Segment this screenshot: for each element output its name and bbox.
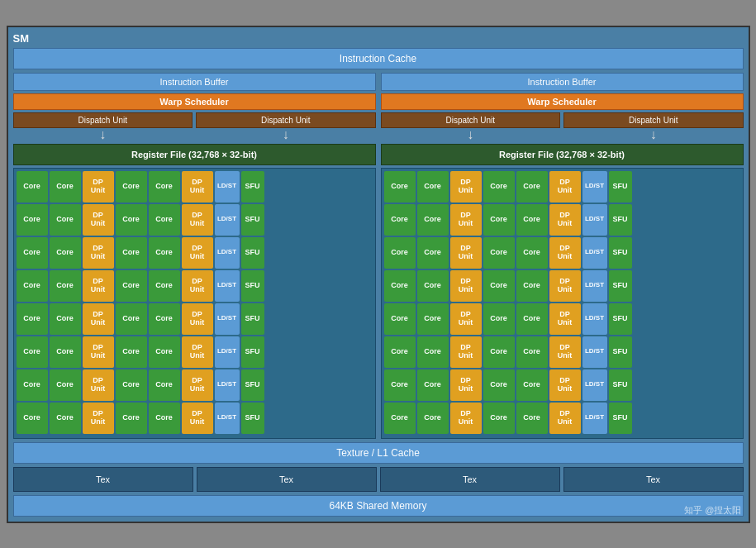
left-arrow-1: ↓ xyxy=(99,128,106,141)
core-cell: Core xyxy=(384,270,416,302)
dp-unit-cell: DP Unit xyxy=(83,403,114,434)
dp-unit-cell: DP Unit xyxy=(450,336,482,368)
core-cell: Core xyxy=(17,303,48,335)
sfu-cell: SFU xyxy=(241,270,264,302)
dp-unit-cell: DP Unit xyxy=(549,237,581,269)
dp-unit-cell: DP Unit xyxy=(549,369,581,401)
core-cell: Core xyxy=(50,270,81,302)
two-column-section: Instruction Buffer Warp Scheduler Dispat… xyxy=(13,73,744,439)
sfu-cell: SFU xyxy=(241,237,264,269)
core-cell: Core xyxy=(483,270,515,302)
dp-unit-cell: DP Unit xyxy=(450,204,482,236)
left-cores-grid: CoreCoreDP UnitCoreCoreDP UnitLD/STSFUCo… xyxy=(13,168,376,439)
core-cell: Core xyxy=(17,336,48,368)
core-cell: Core xyxy=(516,270,548,302)
core-cell: Core xyxy=(149,204,180,236)
tex-box-3: Tex xyxy=(380,467,560,492)
ld/st-cell: LD/ST xyxy=(215,303,240,335)
core-cell: Core xyxy=(116,403,147,434)
tex-box-2: Tex xyxy=(197,467,377,492)
dp-unit-cell: DP Unit xyxy=(182,336,213,368)
ld/st-cell: LD/ST xyxy=(215,369,240,401)
core-row: CoreCoreDP UnitCoreCoreDP UnitLD/STSFU xyxy=(384,204,740,236)
core-cell: Core xyxy=(149,369,180,401)
sfu-cell: SFU xyxy=(241,336,264,368)
right-arrow-2: ↓ xyxy=(650,128,657,141)
core-cell: Core xyxy=(50,303,81,335)
core-row: CoreCoreDP UnitCoreCoreDP UnitLD/STSFU xyxy=(384,237,740,269)
right-warp-scheduler: Warp Scheduler xyxy=(381,93,744,110)
core-cell: Core xyxy=(149,303,180,335)
dp-unit-cell: DP Unit xyxy=(549,303,581,335)
core-cell: Core xyxy=(516,237,548,269)
right-half: Instruction Buffer Warp Scheduler Dispat… xyxy=(381,73,744,439)
sfu-cell: SFU xyxy=(241,303,264,335)
dp-unit-cell: DP Unit xyxy=(182,270,213,302)
core-cell: Core xyxy=(17,369,48,401)
right-register-file: Register File (32,768 × 32-bit) xyxy=(381,144,744,165)
core-cell: Core xyxy=(483,336,515,368)
dp-unit-cell: DP Unit xyxy=(83,336,114,368)
ld/st-cell: LD/ST xyxy=(582,204,607,236)
core-cell: Core xyxy=(384,237,416,269)
core-cell: Core xyxy=(50,204,81,236)
sfu-cell: SFU xyxy=(241,171,264,203)
dp-unit-cell: DP Unit xyxy=(450,403,482,434)
core-cell: Core xyxy=(384,403,416,434)
core-cell: Core xyxy=(417,270,449,302)
ld/st-cell: LD/ST xyxy=(582,403,607,434)
core-cell: Core xyxy=(17,204,48,236)
ld/st-cell: LD/ST xyxy=(582,171,607,203)
tex-box-1: Tex xyxy=(13,467,193,492)
sfu-cell: SFU xyxy=(609,403,632,434)
dp-unit-cell: DP Unit xyxy=(83,237,114,269)
core-cell: Core xyxy=(384,336,416,368)
dp-unit-cell: DP Unit xyxy=(450,369,482,401)
dp-unit-cell: DP Unit xyxy=(450,303,482,335)
core-cell: Core xyxy=(116,369,147,401)
dp-unit-cell: DP Unit xyxy=(182,403,213,434)
ld/st-cell: LD/ST xyxy=(215,204,240,236)
ld/st-cell: LD/ST xyxy=(215,171,240,203)
ld/st-cell: LD/ST xyxy=(215,237,240,269)
dp-unit-cell: DP Unit xyxy=(450,237,482,269)
core-row: CoreCoreDP UnitCoreCoreDP UnitLD/STSFU xyxy=(384,270,740,302)
texture-l1-cache: Texture / L1 Cache xyxy=(13,442,744,464)
core-cell: Core xyxy=(149,403,180,434)
core-row: CoreCoreDP UnitCoreCoreDP UnitLD/STSFU xyxy=(384,369,740,401)
core-cell: Core xyxy=(50,403,81,434)
core-row: CoreCoreDP UnitCoreCoreDP UnitLD/STSFU xyxy=(384,336,740,368)
core-cell: Core xyxy=(483,204,515,236)
ld/st-cell: LD/ST xyxy=(215,336,240,368)
right-instruction-buffer: Instruction Buffer xyxy=(381,73,744,91)
core-cell: Core xyxy=(116,270,147,302)
core-row: CoreCoreDP UnitCoreCoreDP UnitLD/STSFU xyxy=(384,171,740,203)
dp-unit-cell: DP Unit xyxy=(450,270,482,302)
sm-label: SM xyxy=(13,32,744,45)
core-cell: Core xyxy=(384,303,416,335)
core-row: CoreCoreDP UnitCoreCoreDP UnitLD/STSFU xyxy=(384,403,740,434)
core-row: CoreCoreDP UnitCoreCoreDP UnitLD/STSFU xyxy=(17,403,373,434)
core-cell: Core xyxy=(149,171,180,203)
core-cell: Core xyxy=(17,237,48,269)
left-dispatch-box-2: Dispatch Unit xyxy=(196,112,376,128)
core-cell: Core xyxy=(483,369,515,401)
sfu-cell: SFU xyxy=(241,204,264,236)
dp-unit-cell: DP Unit xyxy=(549,403,581,434)
core-cell: Core xyxy=(50,171,81,203)
core-cell: Core xyxy=(149,336,180,368)
right-dispatch-row: Dispatch Unit ↓ Dispatch Unit ↓ xyxy=(381,112,744,141)
sfu-cell: SFU xyxy=(241,369,264,401)
dp-unit-cell: DP Unit xyxy=(182,237,213,269)
tex-box-4: Tex xyxy=(563,467,744,492)
core-row: CoreCoreDP UnitCoreCoreDP UnitLD/STSFU xyxy=(384,303,740,335)
sfu-cell: SFU xyxy=(609,270,632,302)
core-cell: Core xyxy=(116,336,147,368)
sm-container: SM Instruction Cache Instruction Buffer … xyxy=(7,26,750,523)
dp-unit-cell: DP Unit xyxy=(83,303,114,335)
instruction-cache: Instruction Cache xyxy=(13,48,744,69)
core-cell: Core xyxy=(417,336,449,368)
dp-unit-cell: DP Unit xyxy=(83,369,114,401)
dp-unit-cell: DP Unit xyxy=(549,270,581,302)
core-cell: Core xyxy=(17,403,48,434)
